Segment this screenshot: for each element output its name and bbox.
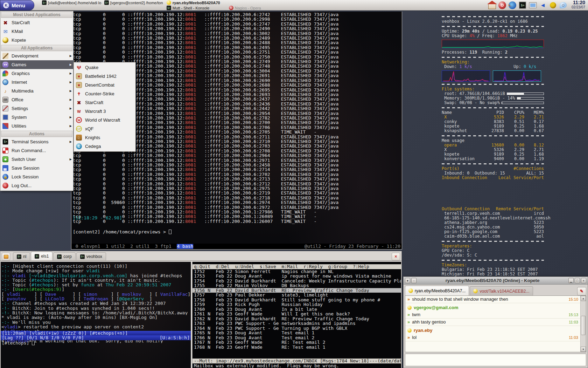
- scroll-thumb[interactable]: [581, 316, 586, 335]
- contact-status-icon: [408, 288, 413, 293]
- menu-item-log-out[interactable]: ○Log Out...: [0, 181, 73, 190]
- mutt-row[interactable]: 1758 Feb 23 David Burkhardt Still some s…: [192, 298, 401, 302]
- close-session-button[interactable]: ×: [392, 253, 400, 260]
- mutt-row[interactable]: 1768 N Feb 23 Geoff Wade RE: Test email …: [192, 345, 401, 350]
- kmenu-button[interactable]: K Menu: [0, 0, 34, 11]
- menu-item-utilities[interactable]: Utilities▶: [0, 122, 73, 130]
- submenu-item-cedega[interactable]: CCedega: [74, 142, 135, 151]
- submenu-item-world-of-warcraft[interactable]: WWorld of Warcraft: [74, 116, 135, 124]
- menu-item-multimedia[interactable]: ♪Multimedia▶: [0, 87, 73, 95]
- mutt-terminal[interactable]: q:Quit d:Del u:Undel s:Save m:Mail r:Rep…: [192, 262, 401, 368]
- menu-item-terminal-sessions[interactable]: $>Terminal Sessions▶: [0, 137, 73, 146]
- irc-terminal[interactable]: -:- [Highest client connection count(11)…: [1, 262, 191, 368]
- taskbar-item[interactable]: $>Mutt - Shell - Konsole: [165, 5, 227, 11]
- close-button[interactable]: ×: [581, 278, 586, 283]
- screen-hardstatus-bar: 0 elsvpn1 1 util2 2 util1 3 ftp1 4 bash@…: [71, 244, 402, 249]
- pin-icon[interactable]: ◦: [411, 278, 416, 283]
- mutt-row[interactable]: 1755 Feb 22 Maxim Volkov DB Backups: [192, 283, 401, 288]
- menu-item-settings[interactable]: Settings▶: [0, 104, 73, 113]
- panel-clock[interactable]: 11:20 02/23/07: [570, 0, 588, 10]
- session-tab-nl[interactable]: $>nl: [13, 252, 30, 260]
- menu-item-system[interactable]: System▶: [0, 113, 73, 122]
- menu-item-starcraft[interactable]: ✖StarCraft: [0, 18, 73, 27]
- conky-process-table: NamePIDCPU%MEM% X53262.292.71 conky83830…: [442, 110, 544, 133]
- firefox-icon[interactable]: [508, 1, 517, 9]
- shell-prompt[interactable]: [content2] /home/tomcat/previews >: [73, 230, 402, 234]
- kopete-message-input[interactable]: [405, 354, 586, 366]
- home-icon[interactable]: [488, 1, 496, 9]
- table-row: conky83830.510.17: [442, 120, 544, 124]
- taskbar-item[interactable]: ryan.eby/MeeboB5420A70: [165, 0, 227, 5]
- mutt-row[interactable]: 1767 N Feb 23 Geoff Wade RE: Test email …: [192, 340, 401, 345]
- mutt-row[interactable]: 1766 N Feb 23 Doug Avant Test email 2: [192, 335, 401, 340]
- submenu-item-battlefield-1942[interactable]: ★Battlefield 1942: [74, 72, 135, 81]
- menu-item-save-session[interactable]: Save Session: [0, 164, 73, 172]
- minimize-button[interactable]: ▁: [568, 278, 574, 283]
- scroll-up-icon[interactable]: ▲: [581, 296, 586, 301]
- mutt-row[interactable]: 1765 N Feb 23 Doug Avant Test email 1: [192, 330, 401, 335]
- submenu-item-knights[interactable]: ♘Knights: [74, 133, 135, 142]
- konsole-icon[interactable]: $>: [518, 1, 527, 9]
- menu-item-lock-session[interactable]: 🔒Lock Session: [0, 172, 73, 181]
- menu-item-development[interactable]: Development▶: [0, 52, 73, 60]
- taskbar-item[interactable]: ONagios - Opera: [227, 5, 290, 11]
- netstat-row: tcp 0 0 ::ffff:10.200.190.12:8081 ::ffff…: [73, 55, 402, 59]
- kopete-tab-bar: ryan.eby/MeeboB5420A7...voot/Talk.v104AC…: [404, 285, 588, 295]
- mutt-row[interactable]: 1760 Feb 23 Doug Avant In a bit late: [192, 307, 401, 312]
- mutt-row[interactable]: 1753 Feb 22 Doug Avant ip request for ne…: [192, 274, 401, 279]
- maximize-button[interactable]: □: [575, 278, 580, 283]
- kopete-title-bar[interactable]: ▾ ◦ ryan.eby/MeeboB5420A70 (Online) - Ko…: [404, 277, 588, 285]
- menu-item-office[interactable]: ⌨Office▶: [0, 95, 73, 104]
- menu-item-graphics[interactable]: Graphics▶: [0, 69, 73, 78]
- menu-item-internet[interactable]: ◠Internet▶: [0, 78, 73, 87]
- mutt-notice: Mailbox was externally modified. Flags m…: [192, 363, 401, 368]
- menu-item-kmail[interactable]: ✉KMail: [0, 27, 73, 36]
- close-chat-button[interactable]: ✎: [577, 287, 586, 295]
- opera-icon[interactable]: O: [498, 1, 506, 9]
- starcraft-icon: ✖: [76, 100, 82, 105]
- display-icon[interactable]: [528, 1, 537, 9]
- taskbar-item[interactable]: $>[vgergov@content2] /home/ton: [103, 0, 165, 5]
- menu-item-kopete[interactable]: Kopete: [0, 36, 73, 45]
- mutt-row[interactable]: 1757 Feb 23 Paul Dekker state3, limeligh…: [192, 293, 401, 298]
- session-tab-els1[interactable]: $>els1: [31, 252, 52, 260]
- mutt-row[interactable]: 1764 N Feb 23 PWC Support - Ge Turning u…: [192, 326, 401, 331]
- submenu-item-xqf[interactable]: xQFxQF: [74, 124, 135, 133]
- submenu-item-counter-strike[interactable]: ✝Counter-Strike: [74, 89, 135, 98]
- submenu-item-quake[interactable]: ΨQuake: [74, 63, 135, 72]
- session-tab-veohbox[interactable]: $>veohbox: [76, 252, 106, 260]
- irc-line: -:- [Users(#techops:9)]: [1, 287, 190, 292]
- submenu-item-warcraft-3[interactable]: WWarcraft 3: [74, 107, 135, 116]
- mutt-row[interactable]: 1761 N Feb 23 Geoff Wade Will I get this…: [192, 312, 401, 316]
- irc-input-prompt[interactable]: [#techops]: [1, 340, 191, 346]
- new-session-button[interactable]: [2, 253, 10, 260]
- menu-item-switch-user[interactable]: ☻Switch User▶: [0, 155, 73, 164]
- taskbar-item[interactable]: $>[vladi@veohbox] /home/vladi lo: [41, 0, 103, 5]
- chat-tab-1[interactable]: ryan.eby/MeeboB5420A7...: [405, 286, 469, 295]
- mutt-row[interactable]: 1762 N Feb 23 David Burkhardt RE: Previe…: [192, 316, 401, 321]
- window-menu-icon[interactable]: ▾: [405, 278, 410, 283]
- chat-tab-2[interactable]: voot/Talk.v104ACAEEB2...: [470, 286, 533, 295]
- kopete-scrollbar[interactable]: ▲ ▼: [580, 296, 586, 352]
- submenu-item-desertcombat[interactable]: ★DesertCombat: [74, 81, 135, 89]
- scroll-down-icon[interactable]: ▼: [581, 347, 586, 352]
- kopete-window: ▾ ◦ ryan.eby/MeeboB5420A70 (Online) - Ko…: [403, 277, 588, 368]
- mutt-row[interactable]: 1756 N Feb 22 David Burkhardt RE: Previe…: [192, 288, 401, 293]
- mutt-row[interactable]: 1763 Feb 23 PWC Support - Ge networksadm…: [192, 321, 401, 326]
- kopete-icon[interactable]: ☺: [559, 1, 567, 9]
- session-tab-corp[interactable]: $>corp: [53, 252, 75, 260]
- hide-arrow-icon[interactable]: ◀: [539, 1, 547, 9]
- bulb-icon[interactable]: [549, 1, 557, 9]
- net-up-graph: [493, 70, 541, 82]
- menu-item-run-command[interactable]: Run Command...: [0, 146, 73, 155]
- root-bar: [507, 93, 544, 95]
- chat-message: »should move to that shell window manage…: [405, 296, 580, 303]
- menu-item-games[interactable]: ●●Games▶: [0, 60, 73, 69]
- conky-mem-table: opera136800.008.12 X53262.292.71 kopete9…: [442, 143, 544, 161]
- mutt-row[interactable]: 1752 Feb 22 Simon Ferrett Nagios change …: [192, 269, 401, 274]
- kmail-icon: ✉: [2, 28, 8, 34]
- submenu-item-starcraft[interactable]: ✖StarCraft: [74, 98, 135, 107]
- mutt-row[interactable]: 1759 Feb 23 Rick Pugh Russian Holiday: [192, 302, 401, 307]
- mutt-row[interactable]: 1754 Feb 22 David Burkhardt Canceled: We…: [192, 279, 401, 284]
- fs-swap-row: Swap: 0B/0B - No swap%: [442, 101, 544, 105]
